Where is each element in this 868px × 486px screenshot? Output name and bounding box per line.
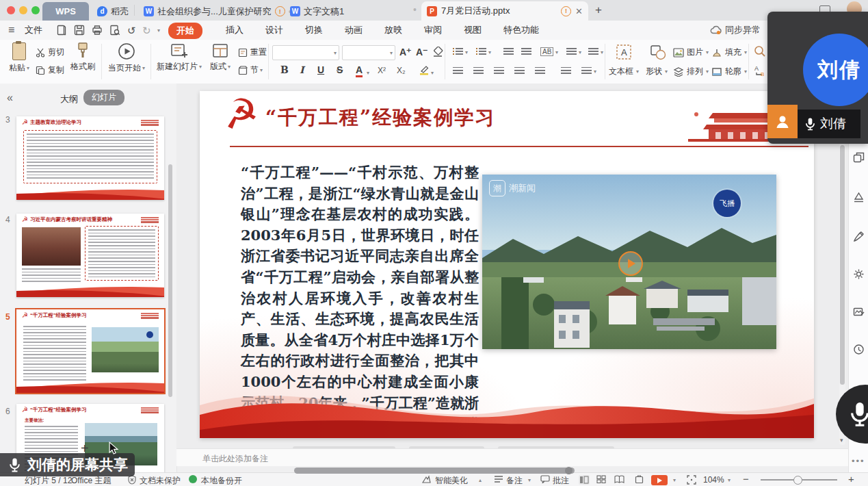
- column-spacing-icon[interactable]: [581, 67, 592, 75]
- line-spacing-icon[interactable]: [566, 48, 577, 55]
- sync-status-label[interactable]: 同步异常: [725, 24, 761, 36]
- horizontal-scrollbar[interactable]: [294, 468, 575, 474]
- save-icon[interactable]: [74, 25, 85, 36]
- picture-button[interactable]: 图片▾: [673, 47, 709, 58]
- text-direction-icon[interactable]: AB: [540, 47, 553, 56]
- italic-button[interactable]: I: [300, 64, 304, 75]
- tab-active-presentation[interactable]: P 7月党日活动.pptx ! ✕: [421, 1, 588, 21]
- grow-font-button[interactable]: A⁺: [399, 47, 412, 57]
- history-clock-icon[interactable]: [853, 344, 865, 355]
- outline-tab[interactable]: 大纲: [60, 93, 78, 105]
- fullscreen-icon[interactable]: [687, 475, 696, 485]
- new-tab-button[interactable]: +: [595, 3, 602, 17]
- zoom-level[interactable]: 104%: [703, 475, 724, 485]
- ribbon-tab-slideshow[interactable]: 放映: [384, 24, 402, 36]
- new-slide-button[interactable]: 新建幻灯片▾: [155, 42, 204, 73]
- font-color-dropdown-icon[interactable]: ▾: [367, 70, 369, 76]
- highlighter-icon[interactable]: [419, 64, 430, 75]
- sidebar-scrollbar[interactable]: [168, 164, 172, 397]
- comment-icon[interactable]: [540, 475, 550, 483]
- translate-icon[interactable]: AB: [754, 64, 766, 77]
- justify-icon[interactable]: [514, 67, 525, 75]
- ribbon-tab-insert[interactable]: 插入: [226, 24, 244, 36]
- font-name-combo[interactable]: ▾: [272, 45, 339, 60]
- village-video-frame[interactable]: 潮 潮新闻 飞播: [482, 175, 776, 349]
- hamburger-menu-icon[interactable]: ≡: [8, 24, 14, 36]
- numbered-list-icon[interactable]: [476, 48, 486, 55]
- design-brush-icon[interactable]: [853, 231, 865, 242]
- tab-docer[interactable]: d 稻壳: [92, 2, 134, 21]
- collapse-sidebar-button[interactable]: «: [7, 92, 13, 104]
- beautify-icon[interactable]: [421, 475, 432, 484]
- shapes-button[interactable]: 形状▾: [646, 66, 668, 77]
- normal-view-icon[interactable]: [579, 475, 590, 485]
- undo-icon[interactable]: ↺: [127, 25, 136, 37]
- comment-button[interactable]: 批注: [553, 475, 569, 486]
- find-icon[interactable]: [754, 45, 766, 57]
- outline-button[interactable]: 轮廓▾: [711, 66, 747, 77]
- ribbon-tab-transition[interactable]: 切换: [305, 24, 323, 36]
- text-align-vertical-icon[interactable]: [588, 48, 599, 55]
- print-icon[interactable]: [92, 25, 103, 36]
- video-call-panel[interactable]: 刘倩 刘倩: [767, 12, 868, 144]
- canvas-scrollbar-thumb[interactable]: [840, 145, 845, 385]
- zoom-slider-handle[interactable]: [793, 476, 802, 485]
- slide-thumbnail-3[interactable]: ☭ 主题教育政治理论学习: [16, 116, 164, 200]
- notes-icon[interactable]: [494, 475, 503, 483]
- reading-view-icon[interactable]: [614, 475, 624, 483]
- bold-button[interactable]: B: [280, 64, 289, 75]
- quick-access-dropdown-icon[interactable]: ▾: [157, 27, 160, 34]
- more-options-icon[interactable]: •••: [852, 456, 865, 466]
- close-window-light[interactable]: [7, 6, 15, 14]
- fill-button[interactable]: 填充▾: [711, 47, 747, 58]
- new-doc-icon[interactable]: [56, 25, 67, 36]
- arrange-button[interactable]: 排列▾: [673, 66, 709, 77]
- play-from-current-button[interactable]: 当页开始▾: [105, 42, 148, 74]
- notes-bar[interactable]: 单击此处添加备注: [176, 448, 848, 466]
- layout-button[interactable]: 版式▾: [207, 42, 234, 73]
- textbox-icon[interactable]: A: [616, 44, 632, 60]
- slide-editor[interactable]: ☭ “千万工程”经验案例学习 “千万工程”——“千村示范、万村整治”工程，是浙江…: [200, 91, 814, 438]
- settings-gear-icon[interactable]: [853, 268, 865, 280]
- ribbon-tab-view[interactable]: 视图: [464, 24, 482, 36]
- tab-document-1[interactable]: W 社会组织参与...儿童保护研究 ! •: [138, 2, 298, 21]
- redo-icon[interactable]: ↻: [142, 25, 151, 37]
- font-size-combo[interactable]: ▾: [342, 45, 395, 60]
- tab-wps-home[interactable]: WPS: [42, 2, 89, 21]
- zoom-out-button[interactable]: −: [743, 473, 749, 485]
- notes-button[interactable]: 备注: [506, 475, 523, 486]
- format-painter-button[interactable]: 格式刷: [67, 42, 98, 73]
- slide-thumbnail-5-selected[interactable]: ☭ “千万工程”经验案例学习: [16, 309, 164, 393]
- ribbon-tab-design[interactable]: 设计: [265, 24, 283, 36]
- paste-button[interactable]: 粘贴▾: [5, 42, 33, 74]
- clear-format-icon[interactable]: [432, 47, 443, 57]
- align-center-icon[interactable]: [473, 67, 484, 75]
- row-spacing-icon[interactable]: [561, 67, 571, 75]
- copy-button[interactable]: 复制: [36, 64, 64, 76]
- slides-tab[interactable]: 幻灯片: [83, 90, 124, 105]
- reset-button[interactable]: 重置: [238, 47, 267, 58]
- play-options-dropdown-icon[interactable]: ▾: [673, 477, 676, 483]
- superscript-button[interactable]: X²: [378, 66, 386, 75]
- align-right-icon[interactable]: [494, 67, 504, 75]
- increase-indent-icon[interactable]: [521, 48, 531, 55]
- ribbon-tab-home[interactable]: 开始: [168, 23, 202, 39]
- theme-icon[interactable]: [635, 475, 644, 484]
- strikethrough-button[interactable]: S: [337, 64, 343, 75]
- subscript-button[interactable]: X₂: [397, 66, 406, 75]
- textbox-button[interactable]: 文本框▾: [609, 66, 639, 77]
- minimize-window-light[interactable]: [19, 6, 27, 14]
- close-tab-icon[interactable]: ✕: [575, 6, 583, 16]
- slide-thumbnail-4[interactable]: ☭ 习近平在内蒙古考察时讲话重要精神: [16, 214, 164, 297]
- slide-sorter-icon[interactable]: [596, 475, 606, 483]
- play-slideshow-button[interactable]: [651, 475, 668, 485]
- backup-status[interactable]: 本地备份开: [201, 475, 242, 486]
- ribbon-tab-special-features[interactable]: 特色功能: [503, 24, 539, 36]
- section-button[interactable]: 节▾: [238, 64, 263, 76]
- align-left-icon[interactable]: [453, 67, 463, 75]
- shrink-font-button[interactable]: A⁻: [416, 47, 428, 57]
- slide-title[interactable]: “千万工程”经验案例学习: [265, 105, 495, 131]
- ribbon-tab-review[interactable]: 审阅: [424, 24, 442, 36]
- zoom-in-button[interactable]: +: [848, 473, 854, 485]
- maximize-window-light[interactable]: [31, 6, 40, 14]
